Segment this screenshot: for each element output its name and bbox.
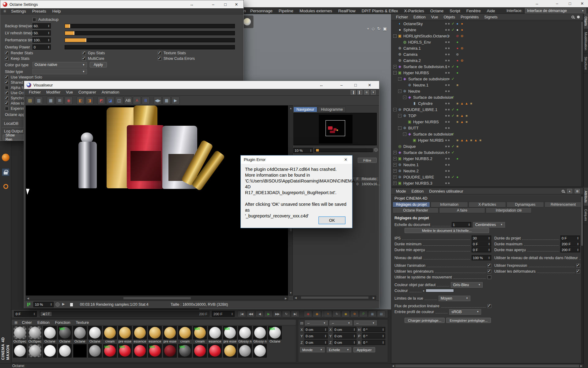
menu-script[interactable]: Script <box>447 9 463 13</box>
editor-dot[interactable] <box>445 170 447 172</box>
tree-item-hyper-nurbs[interactable]: ▣Hyper NURBS■▲▲■▲■ <box>391 137 581 143</box>
noentry-icon[interactable]: ⊘ <box>455 34 460 38</box>
tri-icon[interactable]: ▲ <box>460 120 464 124</box>
tex-icon[interactable]: ■ <box>478 138 483 142</box>
checkbox-icon[interactable] <box>82 51 86 55</box>
render-dot[interactable] <box>448 23 450 25</box>
material-thumbnail-essence[interactable] <box>133 326 147 339</box>
view-limit-dropdown[interactable]: Moyen <box>439 296 470 301</box>
checkbox-show-cuda-errors[interactable]: Show Cuda Errors <box>158 56 195 61</box>
render-dot[interactable] <box>448 109 450 110</box>
green-icon[interactable]: ● <box>455 71 460 75</box>
viewer-titlebar[interactable]: Visualiseur ↔–□✕ <box>24 81 379 89</box>
spinner-icon[interactable] <box>488 237 490 240</box>
viewer-menu-vue[interactable]: Vue <box>63 90 76 94</box>
tab-histogramme[interactable]: Histogramme <box>318 107 346 112</box>
orange-icon[interactable]: ● <box>460 22 464 25</box>
viewer-maximize-button[interactable]: □ <box>350 81 361 89</box>
material-thumbnail[interactable] <box>58 344 72 358</box>
dock-left-icon[interactable]: ▐ <box>351 90 356 94</box>
render-dot[interactable] <box>448 60 450 61</box>
green-icon[interactable]: ● <box>455 108 460 111</box>
navigator-selection[interactable] <box>326 120 345 136</box>
dialog-close-button[interactable]: ✕ <box>339 155 352 164</box>
editor-dot[interactable] <box>445 72 447 74</box>
materials-menu-edition[interactable]: Edition <box>35 320 52 325</box>
tree-item-surface-de-subdivision[interactable]: −◈Surface de subdivision✓ <box>391 94 581 100</box>
default-color-dropdown[interactable]: Gris-Bleu <box>451 282 483 288</box>
expander-icon[interactable]: + <box>393 157 397 160</box>
material-thumbnail-octane[interactable]: MIX <box>58 326 72 339</box>
navigator-zoom-slider[interactable] <box>315 148 373 152</box>
green-icon[interactable]: ● <box>455 65 460 68</box>
material-thumbnail[interactable] <box>163 344 177 358</box>
viewer-resize-icon[interactable]: ↔ <box>315 81 327 89</box>
enabled-check-icon[interactable]: ✓ <box>451 28 455 32</box>
render-dot[interactable] <box>448 48 450 49</box>
expander-icon[interactable]: − <box>398 126 401 130</box>
document-unit-dropdown[interactable]: Centimètres <box>473 222 505 228</box>
world-dropdown[interactable]: Monde <box>300 347 325 352</box>
viewer-play-icon[interactable]: ▶ <box>62 302 65 306</box>
editor-dot[interactable] <box>445 109 447 110</box>
toggle-view-icon[interactable]: ▣ <box>383 26 387 31</box>
tri-icon[interactable]: ▲ <box>460 102 464 105</box>
tree-item-hyper-nurbs-2[interactable]: +▣Hyper NURBS.2● <box>391 155 581 162</box>
tree-item-neutre-1[interactable]: ⊕Neutre.1■ <box>391 82 581 88</box>
ok-button[interactable]: OK <box>318 217 345 224</box>
apply-button[interactable]: Appliquer <box>353 347 375 352</box>
rotate-tool-icon[interactable]: ↻ <box>333 311 341 317</box>
checkbox-icon[interactable] <box>5 91 9 95</box>
render-dot[interactable] <box>448 140 450 141</box>
render-dot[interactable] <box>448 115 450 117</box>
coord-header-dropdown-1[interactable]: -- <box>330 320 352 325</box>
tree-item-surface-de-subdivision[interactable]: −◈Surface de subdivision✓ <box>391 131 581 137</box>
tri-icon[interactable]: ▲ <box>460 138 464 142</box>
menu-personnage[interactable]: Personnage <box>247 9 276 13</box>
octane-menu-settings[interactable]: Settings <box>8 9 29 13</box>
render-settings-icon[interactable]: ◉ <box>341 311 350 317</box>
material-thumbnail-essence[interactable] <box>148 326 162 339</box>
editor-dot[interactable] <box>445 133 447 135</box>
editor-dot[interactable] <box>445 29 447 31</box>
octane-settings-icon[interactable]: ⚙ <box>350 311 359 317</box>
resize-handle-icon[interactable]: ↔ <box>531 0 543 7</box>
checkbox-keep-stats[interactable]: Keep Stats <box>5 56 29 61</box>
tab-r-glages-du-projet[interactable]: Réglages du projet <box>393 202 430 207</box>
expand-arrow-icon[interactable]: ▸ <box>423 289 425 292</box>
viewer-menu-comparer[interactable]: Comparer <box>76 90 99 94</box>
tree-item-neutre-1[interactable]: +⊕Neutre.1 <box>391 162 581 168</box>
checkbox-utiliser-l-animation[interactable] <box>488 264 491 267</box>
camorange-icon[interactable]: ⊚ <box>460 59 464 63</box>
editor-dot[interactable] <box>445 152 447 153</box>
ring-tool-icon[interactable] <box>2 182 9 190</box>
tree-item-hdrls-env[interactable]: ◍HDRLS_Env● <box>391 39 581 45</box>
tab-interpolation-cl[interactable]: Interpolation clé <box>486 208 532 213</box>
material-thumbnail[interactable] <box>208 344 222 358</box>
snapshot-icon[interactable]: ⊞ <box>56 97 64 104</box>
editor-dot[interactable] <box>445 176 447 178</box>
tri-icon[interactable]: ▲ <box>464 102 469 105</box>
tree-item-surface-de-subdivision[interactable]: −◈Surface de subdivision✓ <box>391 76 581 82</box>
attributes-menu-donn-es-utilisateur[interactable]: Données utilisateur <box>426 189 466 194</box>
save-preset-button[interactable]: Enregistrer préréglage... <box>446 318 491 323</box>
end-frame-field[interactable]: 200 F <box>212 311 235 317</box>
editor-dot[interactable] <box>445 90 447 92</box>
expander-icon[interactable]: + <box>393 65 397 68</box>
tree-item-hyper-nurbs[interactable]: ▣Hyper NURBS■▲■ <box>391 119 581 125</box>
spinner-icon[interactable] <box>382 328 384 331</box>
menu-pipeline[interactable]: Pipeline <box>276 9 296 13</box>
spinner-icon[interactable] <box>325 328 326 331</box>
render-dot[interactable] <box>448 66 450 67</box>
pan-view-icon[interactable]: + <box>367 26 369 31</box>
detail-field[interactable]: 100 % <box>472 255 491 260</box>
field-ips[interactable]: 30 <box>472 236 491 241</box>
material-thumbnail[interactable]: MIX <box>148 344 162 358</box>
a-channel-icon[interactable]: A <box>133 97 141 104</box>
scale-document-button[interactable]: Mettre le document à l'échelle... <box>405 228 489 233</box>
material-thumbnail[interactable] <box>223 344 237 358</box>
tree-item-cam-ra-1[interactable]: ⊚Caméra.1●⊚ <box>391 45 581 51</box>
tree-item-surface-de-subdivision-1[interactable]: +◈Surface de Subdivision.1✓● <box>391 63 581 70</box>
tex-icon[interactable]: ■ <box>464 114 469 117</box>
color-picker-icon[interactable]: ◉ <box>65 97 73 104</box>
